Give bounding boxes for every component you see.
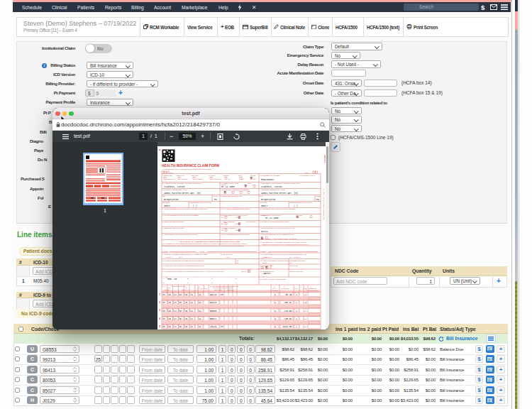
svg-text:35077: 35077 bbox=[164, 204, 170, 207]
svg-text:1a. INSURED'S I.D. NUMBER: 1a. INSURED'S I.D. NUMBER bbox=[260, 174, 280, 175]
svg-text:Aetna: Aetna bbox=[264, 271, 270, 274]
svg-text:(Medicaid #): (Medicaid #) bbox=[181, 178, 189, 179]
svg-text:NO: NO bbox=[235, 223, 238, 224]
svg-text:c. RESERVED FOR NUCC USE: c. RESERVED FOR NUCC USE bbox=[162, 227, 184, 229]
svg-text:MM DD YY: MM DD YY bbox=[182, 289, 189, 290]
svg-text:(ID#): (ID#) bbox=[253, 178, 257, 179]
svg-text:POINTER: POINTER bbox=[272, 289, 279, 290]
svg-text:NPI: NPI bbox=[304, 310, 307, 312]
svg-text:MM DD YY: MM DD YY bbox=[166, 256, 174, 257]
svg-text:ICD Ind.: ICD Ind. bbox=[241, 270, 247, 271]
svg-text:3: 3 bbox=[159, 309, 160, 312]
svg-text:TELEPHONE (Include Area Code): TELEPHONE (Include Area Code) bbox=[189, 202, 212, 203]
svg-text:11. INSURED'S POLICY GROUP OR: 11. INSURED'S POLICY GROUP OR FECA NUMBE… bbox=[260, 208, 297, 209]
svg-text:MEDICAID: MEDICAID bbox=[177, 174, 184, 175]
svg-text:TELEPHONE (Include Area Code): TELEPHONE (Include Area Code) bbox=[289, 202, 312, 203]
svg-text:NO: NO bbox=[268, 237, 271, 239]
svg-text:to process this claim. I also: to process this claim. I also request pa… bbox=[162, 245, 244, 246]
svg-text:NPI: NPI bbox=[304, 293, 307, 295]
svg-text:payment of medical benefits to: payment of medical benefits to the under… bbox=[262, 244, 309, 245]
svg-text:GROUP: GROUP bbox=[223, 174, 229, 175]
svg-text:16. DATES PATIENT UNABLE TO WO: 16. DATES PATIENT UNABLE TO WORK IN CURR… bbox=[260, 253, 308, 255]
svg-text:Aetna: Aetna bbox=[261, 229, 267, 232]
svg-text:c. INSURANCE PLAN NAME OR PROG: c. INSURANCE PLAN NAME OR PROGRAM NAME bbox=[260, 227, 295, 229]
svg-text:23. PRIOR AUTHORIZATION NUMBER: 23. PRIOR AUTHORIZATION NUMBER bbox=[260, 278, 287, 280]
svg-text:D.: D. bbox=[235, 278, 238, 280]
svg-text:07 24 1958: 07 24 1958 bbox=[265, 217, 279, 219]
svg-text:10. IS PATIENT'S CONDITION REL: 10. IS PATIENT'S CONDITION RELATED TO: bbox=[221, 208, 251, 209]
svg-text:12. PATIENT'S OR AUTHORIZED PE: 12. PATIENT'S OR AUTHORIZED PERSON'S SIG… bbox=[162, 243, 248, 244]
svg-text:25: 25 bbox=[221, 293, 223, 295]
svg-text:M05. 40: M05. 40 bbox=[167, 277, 177, 280]
svg-text:STATE: STATE bbox=[213, 195, 218, 197]
svg-text:(Member ID#): (Member ID#) bbox=[213, 178, 222, 179]
svg-text:10d. CLAIM CODES (Designated b: 10d. CLAIM CODES (Designated by NUCC) bbox=[221, 234, 250, 235]
svg-text:(ID#/DoD#): (ID#/DoD#) bbox=[196, 178, 204, 179]
svg-text:Gregoryview: Gregoryview bbox=[261, 197, 276, 200]
svg-text:07 24 1958: 07 24 1958 bbox=[221, 185, 235, 187]
svg-text:35077: 35077 bbox=[261, 204, 267, 207]
svg-text:E.: E. bbox=[163, 281, 165, 283]
svg-text:PRAKI06642: PRAKI06642 bbox=[261, 178, 275, 181]
svg-text:49891 Matthew Green Apt. [8]: 49891 Matthew Green Apt. [8] bbox=[261, 191, 298, 194]
svg-text:QUAL.: QUAL. bbox=[226, 256, 231, 257]
svg-text:(ID#): (ID#) bbox=[241, 178, 245, 179]
svg-text:EMG: EMG bbox=[204, 288, 208, 289]
svg-text:ZIP CODE: ZIP CODE bbox=[162, 202, 170, 203]
svg-text:CHAMPVA: CHAMPVA bbox=[209, 174, 216, 175]
svg-text:5: 5 bbox=[159, 325, 160, 327]
svg-text:CPT/HCPCS: CPT/HCPCS bbox=[214, 289, 223, 290]
svg-text:SIGNED: SIGNED bbox=[162, 250, 169, 251]
svg-text:NO: NO bbox=[268, 267, 271, 268]
svg-text:( ): ( ) bbox=[193, 204, 197, 207]
svg-text:(Medicare #): (Medicare #) bbox=[167, 178, 175, 179]
svg-text:NO: NO bbox=[235, 229, 238, 231]
svg-text:FROM: FROM bbox=[262, 256, 267, 257]
svg-text:1: 1 bbox=[159, 293, 160, 295]
svg-text:STATE: STATE bbox=[316, 195, 321, 197]
svg-text:$ CHARGES: $ CHARGES bbox=[281, 288, 289, 289]
svg-text:Stephens, Steven: Stephens, Steven bbox=[164, 185, 185, 187]
svg-text:FECA: FECA bbox=[238, 174, 243, 175]
svg-text:PA: PA bbox=[316, 197, 319, 200]
svg-text:QUAL.: QUAL. bbox=[179, 256, 184, 257]
svg-text:(For Program in Item 1): (For Program in Item 1) bbox=[299, 174, 315, 175]
svg-text:NO: NO bbox=[235, 217, 238, 218]
svg-text:YES: YES bbox=[221, 223, 224, 224]
svg-text:d. INSURANCE PLAN NAME OR PROG: d. INSURANCE PLAN NAME OR PROGRAM NAME bbox=[162, 234, 197, 235]
svg-text:6. PATIENT RELATIONSHIP TO INS: 6. PATIENT RELATIONSHIP TO INSURED bbox=[221, 189, 249, 190]
svg-text:b. OTHER CLAIM ID (Designated: b. OTHER CLAIM ID (Designated by NUCC) bbox=[260, 221, 289, 222]
svg-text:SEX: SEX bbox=[299, 214, 303, 216]
svg-text:APPROVED BY NATIONAL UNIFORM C: APPROVED BY NATIONAL UNIFORM CLAIM COMMI… bbox=[162, 168, 211, 169]
svg-text:ORIGINAL REF. NO.: ORIGINAL REF. NO. bbox=[289, 270, 304, 271]
svg-text:17b.: 17b. bbox=[236, 261, 239, 263]
svg-text:$ CHARGES: $ CHARGES bbox=[289, 265, 299, 266]
svg-text:MM DD YY: MM DD YY bbox=[294, 256, 301, 257]
svg-text:18. HOSPITALIZATION DATES RELA: 18. HOSPITALIZATION DATES RELATED TO CUR… bbox=[260, 259, 306, 261]
svg-text:NPI: NPI bbox=[304, 302, 307, 304]
svg-text:4: 4 bbox=[159, 317, 160, 320]
svg-text:SEX: SEX bbox=[248, 182, 252, 184]
svg-text:YES: YES bbox=[221, 217, 224, 218]
svg-text:PROVIDER ID. #: PROVIDER ID. # bbox=[309, 289, 319, 290]
svg-text:17. NAME OF REFERRING PROVIDER: 17. NAME OF REFERRING PROVIDER OR OTHER … bbox=[162, 259, 204, 261]
svg-text:CITY: CITY bbox=[162, 195, 166, 197]
svg-text:b. RESERVED FOR NUCC USE: b. RESERVED FOR NUCC USE bbox=[162, 221, 184, 222]
svg-text:To: To bbox=[186, 287, 187, 288]
svg-text:c. OTHER ACCIDENT?: c. OTHER ACCIDENT? bbox=[221, 227, 237, 229]
svg-text:24. A.: 24. A. bbox=[162, 285, 166, 286]
svg-text:MM DD YY: MM DD YY bbox=[261, 214, 268, 216]
svg-text:2: 2 bbox=[159, 300, 160, 303]
svg-text:a. EMPLOYMENT? (Current or Pre: a. EMPLOYMENT? (Current or Previous) bbox=[221, 214, 248, 216]
svg-text:DATE: DATE bbox=[200, 250, 204, 251]
svg-text:C.: C. bbox=[211, 278, 214, 280]
svg-text:Stephens, Steven: Stephens, Steven bbox=[261, 185, 282, 187]
svg-text:19. ADDITIONAL CLAIM INFORMATI: 19. ADDITIONAL CLAIM INFORMATION (Design… bbox=[162, 265, 205, 266]
svg-text:FROM: FROM bbox=[262, 261, 267, 263]
svg-text:8. RESERVED FOR NUCC USE: 8. RESERVED FOR NUCC USE bbox=[221, 195, 243, 197]
svg-text:49891 Matthew Green Apt. [8]: 49891 Matthew Green Apt. [8] bbox=[164, 191, 201, 194]
svg-text:TO: TO bbox=[289, 261, 292, 263]
svg-text:G.: G. bbox=[211, 281, 214, 283]
svg-text:15. OTHER DATE: 15. OTHER DATE bbox=[221, 253, 233, 255]
svg-text:PLACE (State): PLACE (State) bbox=[246, 221, 256, 222]
